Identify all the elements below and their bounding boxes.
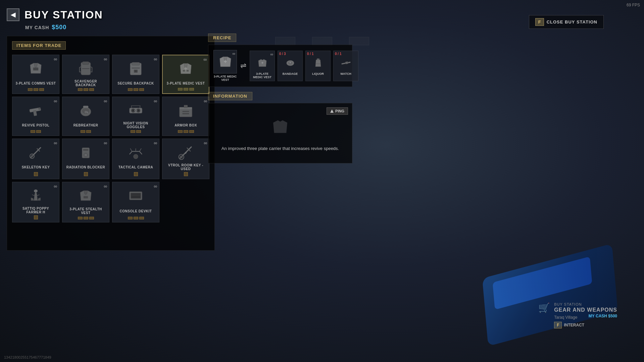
item-name: REVIVE PISTOL [22,123,50,127]
buy-station-widget: 🛒 BUY STATION GEAR AND WEAPONS Taraq Vil… [538,302,617,328]
information-section: INFORMATION PING An improved three plate… [208,92,352,163]
fps-counter: 69 FPS [627,3,640,7]
recipe-input-icon [310,56,326,71]
svg-rect-31 [183,113,189,114]
item-card-armor-box[interactable]: ∞ ARMOR BOX [162,97,209,136]
item-icon [27,59,45,78]
item-name: CONSOLE DEVKIT [120,209,152,213]
svg-rect-0 [33,67,38,70]
item-card-secure-backpack[interactable]: ∞ SECURE BACKPACK [112,55,159,94]
svg-rect-69 [345,61,348,64]
svg-rect-51 [84,196,88,199]
info-icon-area [215,113,345,140]
item-icon [77,143,95,162]
item-card-sattiq-farmer[interactable]: ∞ SATTIQ POPPY FARMER H [12,182,59,222]
recipe-input-icon [338,56,353,71]
close-label: CLOSE BUY STATION [547,19,597,24]
svg-point-46 [180,156,183,158]
close-buy-station-button[interactable]: F CLOSE BUY STATION [529,15,604,29]
svg-rect-18 [83,106,88,108]
infinity-icon: ∞ [104,141,107,145]
svg-line-36 [37,148,38,150]
recipe-input-name: 3-PLATE MEDIC VEST [252,72,273,79]
item-card-stealth-vest[interactable]: ∞ 3-PLATE STEALTH VEST [62,182,109,222]
information-content: PING An improved three plate carrier tha… [208,103,352,163]
buy-station-cash: MY CASH $500 [589,314,617,320]
item-slots [184,172,188,176]
ping-button[interactable]: PING [327,107,348,115]
item-icon [27,101,45,120]
recipe-content: ∞ 3-PLATE MEDIC VEST ⇌ ∞ [208,45,352,87]
svg-point-15 [38,108,41,110]
item-icon [177,101,195,120]
item-icon [27,187,45,205]
right-panel: RECIPE ∞ 3-PLATE MEDIC VEST ⇌ [208,34,352,163]
item-name: REBREATHER [73,123,98,127]
item-icon [77,187,95,205]
item-icon [177,143,195,162]
svg-rect-3 [82,68,90,69]
svg-rect-59 [225,60,226,63]
recipe-input-icon [283,56,298,71]
svg-line-47 [189,150,191,152]
infinity-icon: ∞ [104,184,107,189]
item-icon [127,143,145,162]
items-section: ITEMS FOR TRADE ∞ 3-PLATE COMMS VEST [7,36,215,251]
item-card-skeleton-key[interactable]: ∞ SKELETON KEY [12,139,59,179]
item-card-revive-pistol[interactable]: ∞ REVIVE PISTOL [12,97,59,136]
session-id: 13421800255175467771849 [4,355,51,359]
item-card-radiation-blocker[interactable]: ∞ RADIATION BLOCKER [62,139,109,179]
recipe-input-bandage: 0 / 3 BANDAGE [278,51,303,81]
item-slots [34,172,38,176]
recipe-input-watch: 0 / 1 WATCH [333,51,358,81]
svg-rect-30 [183,111,189,112]
infinity-icon: ∞ [54,141,57,145]
item-card-console-devkit[interactable]: ∞ CONSOLE DEVKIT [112,182,159,222]
item-slots [134,172,138,176]
item-slots [84,172,88,176]
item-icon [177,60,195,78]
recipe-input-medic-vest: ∞ 3-PLATE MEDIC VEST [250,51,275,81]
infinity-icon: ∞ [154,57,157,61]
item-card-vtrol-key[interactable]: ∞ VTROL ROOM KEY - USED [162,139,209,179]
item-card-rebreather[interactable]: ∞ O₂ REBREATHER [62,97,109,136]
interact-key: F [554,322,562,328]
svg-point-43 [134,154,138,159]
svg-rect-10 [185,67,186,70]
item-name: 3-PLATE MEDIC VEST [167,82,205,85]
infinity-icon: ∞ [54,184,57,189]
item-name: VTROL ROOM KEY - USED [165,163,206,171]
svg-rect-61 [262,62,263,64]
item-name: ARMOR BOX [175,123,197,127]
item-name: RADIATION BLOCKER [66,165,105,169]
recipe-count: 0 / 1 [335,52,341,56]
item-card-tactical-camera[interactable]: ∞ TACTICAL CAMERA [112,139,159,179]
item-slots [34,215,38,219]
item-slots [128,88,144,91]
item-card-comms-vest[interactable]: ∞ 3-PLATE COMMS VEST [12,55,59,94]
infinity-icon: ∞ [104,99,107,103]
item-name: SATTIQ POPPY FARMER H [15,207,56,214]
cart-icon-wrap: 🛒 BUY STATION GEAR AND WEAPONS Taraq Vil… [538,302,617,328]
recipe-arrow-icon: ⇌ [240,61,246,70]
back-button[interactable]: ◀ [7,8,19,21]
ping-icon [330,109,334,113]
item-name: SKELETON KEY [22,165,50,169]
item-card-nvg[interactable]: ∞ NIGHT VISION GOGGLES [112,97,159,136]
svg-point-8 [135,70,136,72]
svg-line-35 [38,150,40,151]
item-card-medic-vest[interactable]: ∞ 3-PLATE MEDIC VEST [162,55,209,94]
buy-station-sublabel: GEAR AND WEAPONS [554,307,617,313]
svg-rect-2 [83,62,89,65]
svg-point-50 [34,190,38,193]
infinity-icon: ∞ [154,184,157,189]
item-name: 3-PLATE STEALTH VEST [65,207,106,215]
item-card-scavenger-backpack[interactable]: ∞ SCAVENGER BACKPACK [62,55,109,94]
recipe-count: 0 / 3 [279,52,286,56]
item-slots [31,130,41,133]
svg-rect-11 [183,70,185,71]
interact-label: INTERACT [564,323,584,327]
cash-label: MY CASH [25,25,49,30]
recipe-output-name: 3-PLATE MEDIC VEST [213,75,237,82]
item-icon [127,187,145,205]
